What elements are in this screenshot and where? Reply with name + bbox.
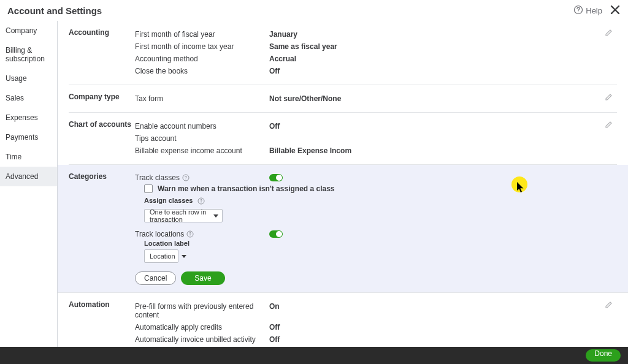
row-track-classes: Track classes xyxy=(135,172,617,183)
sidebar-item-sales[interactable]: Sales xyxy=(0,88,57,108)
row-warn-no-class: Warn me when a transaction isn't assigne… xyxy=(135,183,617,197)
footer: Done xyxy=(0,347,628,364)
sidebar: Company Billing & subscription Usage Sal… xyxy=(0,21,58,347)
select-assign-classes[interactable]: One to each row in transaction xyxy=(144,209,223,222)
help-icon[interactable] xyxy=(186,230,194,238)
pencil-icon[interactable] xyxy=(605,28,613,37)
row-close-books: Close the booksOff xyxy=(135,65,617,77)
checkbox-warn[interactable] xyxy=(144,184,153,193)
select-location-label[interactable]: Location xyxy=(144,249,178,263)
content: Accounting First month of fiscal yearJan… xyxy=(58,21,628,347)
row-auto-invoice: Automatically invoice unbilled activityO… xyxy=(135,333,617,346)
sidebar-item-usage[interactable]: Usage xyxy=(0,69,57,88)
help-label: Help xyxy=(586,6,602,15)
pencil-icon[interactable] xyxy=(605,300,613,309)
section-title-company-type: Company type xyxy=(69,93,135,101)
select-value: Location xyxy=(150,252,175,260)
button-row: Cancel Save xyxy=(135,271,617,285)
section-title-coa: Chart of accounts xyxy=(69,120,135,129)
sidebar-item-payments[interactable]: Payments xyxy=(0,127,57,147)
chevron-down-icon xyxy=(182,252,186,260)
sidebar-item-company[interactable]: Company xyxy=(0,21,57,40)
header: Account and Settings Help xyxy=(0,0,628,21)
track-locations-label: Track locations xyxy=(135,230,184,238)
sidebar-item-billing[interactable]: Billing & subscription xyxy=(0,40,57,69)
row-tax-form: Tax formNot sure/Other/None xyxy=(135,93,617,105)
chevron-down-icon xyxy=(213,212,218,219)
section-automation: Automation Pre-fill forms with previousl… xyxy=(69,293,617,347)
close-icon[interactable] xyxy=(610,4,621,17)
section-categories: Categories Track classes Warn me when a … xyxy=(58,165,628,293)
location-label-label: Location label xyxy=(135,240,617,249)
help-icon[interactable] xyxy=(182,174,190,181)
row-auto-credits: Automatically apply creditsOff xyxy=(135,321,617,333)
save-button[interactable]: Save xyxy=(181,271,224,285)
row-income-tax-year: First month of income tax yearSame as fi… xyxy=(135,40,617,53)
track-classes-label: Track classes xyxy=(135,173,180,182)
row-track-locations: Track locations xyxy=(135,229,617,240)
done-button[interactable]: Done xyxy=(586,349,621,362)
row-prefill: Pre-fill forms with previously entered c… xyxy=(135,300,617,321)
row-enable-account-numbers: Enable account numbersOff xyxy=(135,120,617,132)
row-accounting-method: Accounting methodAccrual xyxy=(135,53,617,65)
help-link[interactable]: Help xyxy=(573,5,602,17)
body: Company Billing & subscription Usage Sal… xyxy=(0,21,628,347)
pencil-icon[interactable] xyxy=(605,93,613,101)
section-title-categories: Categories xyxy=(69,172,135,181)
sidebar-item-expenses[interactable]: Expenses xyxy=(0,108,57,127)
warn-label: Warn me when a transaction isn't assigne… xyxy=(158,184,335,193)
sidebar-item-advanced[interactable]: Advanced xyxy=(0,167,57,186)
select-value: One to each row in transaction xyxy=(150,208,207,223)
section-title-automation: Automation xyxy=(69,300,135,309)
help-icon[interactable] xyxy=(197,197,205,205)
row-auto-bill: Automatically apply bill paymentsOff xyxy=(135,346,617,347)
svg-point-7 xyxy=(201,202,201,203)
svg-point-9 xyxy=(190,235,191,236)
sidebar-item-time[interactable]: Time xyxy=(0,147,57,167)
section-chart-of-accounts: Chart of accounts Enable account numbers… xyxy=(69,113,617,165)
section-accounting: Accounting First month of fiscal yearJan… xyxy=(69,21,617,85)
help-icon xyxy=(573,5,583,17)
svg-point-1 xyxy=(578,11,579,12)
section-title-accounting: Accounting xyxy=(69,28,135,37)
toggle-track-classes[interactable] xyxy=(269,174,283,181)
cancel-button[interactable]: Cancel xyxy=(135,271,176,285)
section-company-type: Company type Tax formNot sure/Other/None xyxy=(69,85,617,113)
toggle-track-locations[interactable] xyxy=(269,230,283,238)
row-billable-expense: Billable expense income accountBillable … xyxy=(135,145,617,157)
svg-point-5 xyxy=(186,179,186,180)
assign-classes-label: Assign classes xyxy=(135,197,617,207)
row-fiscal-year: First month of fiscal yearJanuary xyxy=(135,28,617,40)
pencil-icon[interactable] xyxy=(605,120,613,129)
header-right: Help xyxy=(573,4,621,17)
row-tips-account: Tips account xyxy=(135,132,617,145)
page-title: Account and Settings xyxy=(7,6,102,16)
